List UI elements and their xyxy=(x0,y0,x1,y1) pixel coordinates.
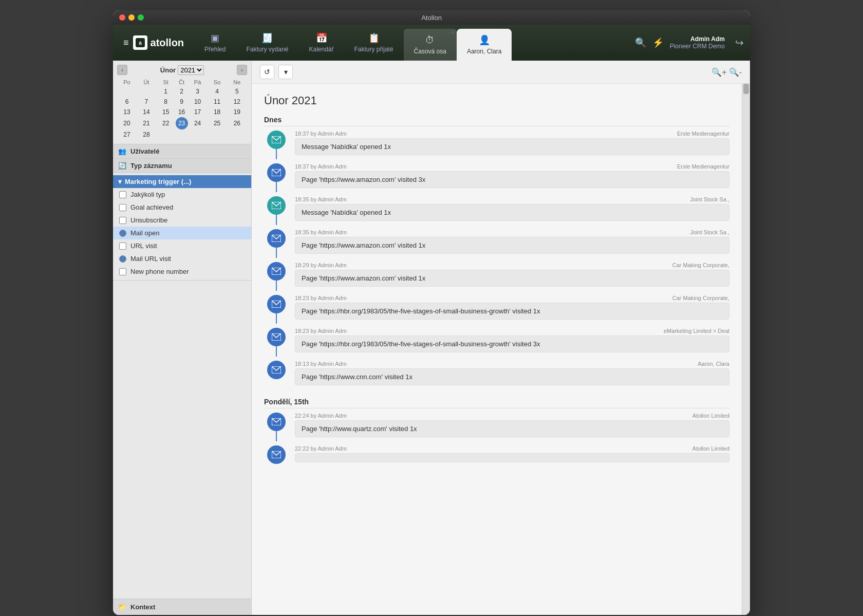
timeline-company: Car Making Corporate, xyxy=(672,262,729,268)
radio-mailopen[interactable] xyxy=(119,230,126,237)
checkbox-goal[interactable] xyxy=(119,204,126,211)
tab-aaron-clara[interactable]: 👤 Aaron, Clara xyxy=(457,29,512,61)
timeline-event-icon xyxy=(267,262,286,281)
section-header-pondeli-15: Pondělí, 15th xyxy=(264,398,729,408)
calendar-day[interactable]: 27 xyxy=(117,129,137,140)
filter-button[interactable]: ▾ xyxy=(278,65,293,79)
tab-prehled[interactable]: ▣ Přehled xyxy=(194,25,236,61)
logout-icon[interactable]: ↪ xyxy=(735,36,744,49)
filter-item-jakykoli[interactable]: Jakýkoli typ xyxy=(113,188,251,201)
checkbox-unsubscribe[interactable] xyxy=(119,217,126,224)
zoom-in-icon[interactable]: 🔍+ xyxy=(711,67,726,77)
tab-close-casova-osa[interactable]: ✕ xyxy=(451,30,455,35)
calendar-day[interactable]: 16 xyxy=(176,107,188,117)
timeline-meta: 22:22 by Admin AdmAtollon Limited xyxy=(295,445,729,452)
timeline-company: Joint Stock Sa., xyxy=(690,196,729,202)
close-button[interactable] xyxy=(119,14,125,21)
calendar-day[interactable]: 23 xyxy=(176,117,188,129)
calendar-day[interactable]: 17 xyxy=(188,107,208,117)
content-scroll-container: Únor 2021 Dnes18:37 by Admin AdmErste Me… xyxy=(252,84,750,615)
calendar-day xyxy=(156,129,176,140)
timeline-item: 18:13 by Admin AdmAaron, ClaraPage 'http… xyxy=(264,361,729,385)
tab-label-prehled: Přehled xyxy=(204,46,226,53)
refresh-button[interactable]: ↺ xyxy=(260,65,274,79)
calendar-day[interactable]: 4 xyxy=(208,86,227,97)
calendar-day[interactable]: 15 xyxy=(156,107,176,117)
calendar-day[interactable]: 25 xyxy=(208,117,227,129)
calendar-day[interactable]: 11 xyxy=(208,97,227,107)
checkbox-newphone[interactable] xyxy=(119,268,126,275)
timeline-meta: 18:37 by Admin AdmErste Medienagentur xyxy=(295,130,729,137)
calendar-day[interactable]: 6 xyxy=(117,97,137,107)
calendar-day xyxy=(176,129,188,140)
timeline-left xyxy=(264,413,289,441)
timeline-left xyxy=(264,196,289,225)
timeline-meta: 18:35 by Admin AdmJoint Stock Sa., xyxy=(295,229,729,235)
timeline-left xyxy=(264,130,289,159)
calendar-day[interactable]: 21 xyxy=(137,117,156,129)
scrollbar-track[interactable] xyxy=(743,84,749,94)
timeline-event-icon xyxy=(267,229,286,248)
calendar-day[interactable]: 10 xyxy=(188,97,208,107)
calendar-day[interactable]: 14 xyxy=(137,107,156,117)
maximize-button[interactable] xyxy=(138,14,144,21)
filter-item-urlvisit[interactable]: URL visit xyxy=(113,239,251,252)
checkbox-jakykoli[interactable] xyxy=(119,191,126,198)
calendar-day[interactable]: 2 xyxy=(176,86,188,97)
user-info[interactable]: Admin Adm Pioneer CRM Demo xyxy=(670,35,725,50)
calendar-day[interactable]: 3 xyxy=(188,86,208,97)
timeline-event-icon xyxy=(267,413,286,431)
minimize-button[interactable] xyxy=(128,14,135,21)
radio-mailurlvisit[interactable] xyxy=(119,255,126,263)
filter-item-goal[interactable]: Goal achieved xyxy=(113,201,251,214)
timeline-card: Message 'Nabídka' opened 1x xyxy=(295,204,729,221)
calendar-day[interactable]: 22 xyxy=(156,117,176,129)
tab-kalendar[interactable]: 📅 Kalendář xyxy=(298,25,344,61)
sidebar-record-type-section[interactable]: 🔄 Typ záznamu xyxy=(113,159,251,173)
calendar-day[interactable]: 12 xyxy=(227,97,247,107)
calendar-day[interactable]: 28 xyxy=(137,129,156,140)
cal-header-so: So xyxy=(208,78,227,86)
calendar-day[interactable]: 7 xyxy=(137,97,156,107)
calendar-day[interactable]: 18 xyxy=(208,107,227,117)
filter-item-mailopen[interactable]: Mail open xyxy=(113,227,251,239)
calendar-title: Únor 2021 xyxy=(160,65,204,75)
calendar-day[interactable]: 13 xyxy=(117,107,137,117)
filter-item-newphone[interactable]: New phone number xyxy=(113,265,251,278)
sidebar-kontext[interactable]: 📁 Kontext xyxy=(113,599,251,615)
calendar-day[interactable]: 20 xyxy=(117,117,137,129)
scrollbar[interactable] xyxy=(742,84,750,615)
filter-label-urlvisit: URL visit xyxy=(130,242,157,250)
timeline-left xyxy=(264,295,289,324)
calendar-prev-button[interactable]: ‹ xyxy=(117,65,127,75)
timeline-time: 18:35 by Admin Adm xyxy=(295,196,347,202)
calendar-day[interactable]: 5 xyxy=(227,86,247,97)
timeline-item: 18:23 by Admin AdmeMarketing Limited > D… xyxy=(264,328,729,357)
timeline-item: 22:22 by Admin AdmAtollon Limited xyxy=(264,445,729,464)
calendar-day[interactable]: 8 xyxy=(156,97,176,107)
search-icon[interactable]: 🔍 xyxy=(635,37,646,48)
tab-faktury-prijate[interactable]: 📋 Faktury přijaté xyxy=(344,25,404,61)
calendar-day[interactable]: 24 xyxy=(188,117,208,129)
filter-item-mailurlvisit[interactable]: Mail URL visit xyxy=(113,252,251,265)
tab-faktury-vydane[interactable]: 🧾 Faktury vydané xyxy=(236,25,298,61)
cal-header-po: Po xyxy=(117,78,137,86)
tab-casova-osa[interactable]: ⏱ Časová osa ✕ xyxy=(404,29,457,61)
calendar-day[interactable]: 26 xyxy=(227,117,247,129)
calendar-day[interactable]: 9 xyxy=(176,97,188,107)
logo-icon: a xyxy=(133,35,147,50)
filter-header[interactable]: ▾ Marketing trigger (...) xyxy=(113,175,251,188)
logo-text: atollon xyxy=(151,37,184,49)
calendar-year-select[interactable]: 2021 xyxy=(178,65,204,75)
calendar-day[interactable]: 19 xyxy=(227,107,247,117)
filter-item-unsubscribe[interactable]: Unsubscribe xyxy=(113,214,251,227)
calendar-day[interactable]: 1 xyxy=(156,86,176,97)
settings-icon[interactable]: ⚡ xyxy=(652,37,664,48)
zoom-out-icon[interactable]: 🔍- xyxy=(729,67,742,77)
sidebar-users-section[interactable]: 👥 Uživatelé xyxy=(113,144,251,159)
checkbox-urlvisit[interactable] xyxy=(119,242,126,250)
calendar-next-button[interactable]: › xyxy=(237,65,247,75)
menu-button[interactable]: ≡ xyxy=(119,33,133,52)
faktury-prijate-icon: 📋 xyxy=(368,32,380,44)
timeline-time: 18:37 by Admin Adm xyxy=(295,130,347,137)
